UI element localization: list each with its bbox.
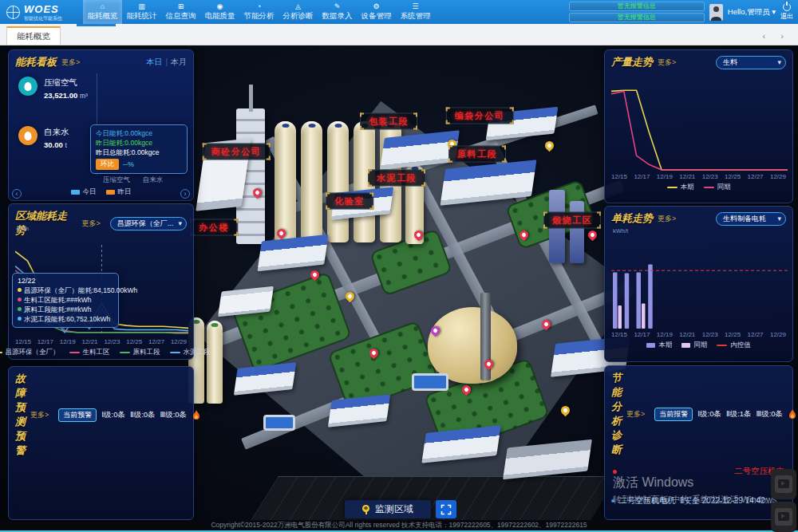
legend-item[interactable]: 昨日 bbox=[106, 187, 132, 197]
fullscreen-button[interactable] bbox=[436, 500, 456, 518]
silo bbox=[327, 121, 349, 242]
x-tick: 12/17 bbox=[634, 173, 650, 180]
corner-bracket bbox=[203, 156, 207, 160]
more-link[interactable]: 更多> bbox=[30, 410, 49, 420]
image-icon bbox=[775, 508, 792, 526]
more-link[interactable]: 更多> bbox=[61, 57, 80, 68]
legend-item[interactable]: 本期 bbox=[646, 341, 672, 350]
legend-item[interactable]: 同期 bbox=[704, 183, 731, 192]
y-axis-label: kWh/t bbox=[613, 227, 628, 234]
tooltip-line: 水泥工段能耗:60,752.10kWh bbox=[18, 314, 113, 324]
map-pin-icon[interactable] bbox=[559, 404, 572, 417]
more-link[interactable]: 更多> bbox=[658, 214, 676, 224]
pool bbox=[412, 373, 448, 391]
day-toggle[interactable]: 本日 bbox=[146, 57, 162, 66]
more-link[interactable]: 更多> bbox=[658, 57, 676, 68]
tab-scroll-arrows[interactable]: ‹ › bbox=[763, 31, 790, 41]
corner-bracket bbox=[597, 225, 601, 229]
corner-bracket bbox=[413, 126, 417, 130]
unit-dropdown[interactable]: 生料制备电耗 bbox=[716, 212, 786, 226]
legend-swatch bbox=[71, 190, 80, 195]
more-link[interactable]: 更多> bbox=[626, 409, 645, 420]
carousel-prev-button[interactable]: ‹ bbox=[12, 189, 22, 199]
region-legend: 昌源环保（全厂）生料工区原料工段水泥工段 bbox=[9, 348, 193, 357]
x-axis-labels: 12/1512/1712/1912/2112/2312/2512/2712/29 bbox=[605, 331, 792, 338]
alarm-banner[interactable]: 暂无报警信息 bbox=[569, 13, 705, 22]
tab-energy-overview[interactable]: 能耗概览 bbox=[6, 26, 61, 45]
user-greeting[interactable]: Hello,管理员 ▾ bbox=[728, 7, 776, 18]
alarm-banner[interactable]: 暂无报警信息 bbox=[569, 2, 705, 11]
legend-item[interactable]: 原料工段 bbox=[120, 348, 160, 357]
floating-tool-button[interactable] bbox=[771, 469, 796, 499]
x-tick: 12/23 bbox=[702, 331, 718, 338]
air-icon bbox=[18, 77, 38, 96]
panel-title: 单耗走势 bbox=[611, 211, 653, 226]
corner-bracket bbox=[360, 126, 364, 130]
panel-unit-consumption-trend: 单耗走势 更多> 生料制备电耗 kWh/t 12/1512/1712/1912/… bbox=[604, 206, 793, 362]
nav-item-energy-analysis[interactable]: ◔节能分析 bbox=[239, 0, 279, 24]
map-label-编袋分公司[interactable]: 编袋分公司 bbox=[446, 108, 514, 124]
map-label-包装工段[interactable]: 包装工段 bbox=[360, 113, 417, 130]
panel-region-energy-trend: 区域能耗走势 更多> 昌源环保（全厂... kWh 12/1512/1712/1… bbox=[8, 203, 194, 360]
legend-item[interactable]: 本期 bbox=[667, 183, 694, 192]
avatar[interactable] bbox=[709, 4, 723, 21]
map-label-水泥工段[interactable]: 水泥工段 bbox=[368, 170, 425, 187]
nav-item-data-entry[interactable]: ✎数据录入 bbox=[318, 0, 357, 24]
x-tick: 12/19 bbox=[60, 338, 76, 345]
map-label-商砼分公司[interactable]: 商砼分公司 bbox=[203, 144, 271, 160]
legend-label: 水泥工段 bbox=[184, 348, 211, 357]
map-pin-icon[interactable] bbox=[587, 229, 599, 242]
corner-bracket bbox=[597, 212, 601, 216]
x-axis-labels: 12/1512/1712/1912/2112/2312/2512/2712/29 bbox=[9, 338, 193, 345]
carousel-next-button[interactable]: › bbox=[180, 189, 190, 199]
legend-item[interactable]: 今日 bbox=[71, 187, 97, 197]
legend-item[interactable]: 内控值 bbox=[717, 341, 751, 350]
legend-item[interactable]: 生料工区 bbox=[69, 348, 110, 357]
tooltip-line: 今日能耗:0.00kgce bbox=[96, 128, 182, 138]
panel-title: 节能分析诊断 bbox=[611, 371, 622, 457]
nav-item-diagnosis[interactable]: ◬分析诊断 bbox=[279, 0, 318, 24]
current-warning-badge[interactable]: 当前预警 bbox=[58, 408, 97, 422]
corner-bracket bbox=[234, 219, 238, 223]
unit-legend: 本期同期内控值 bbox=[605, 341, 792, 350]
production-dropdown[interactable]: 生料 bbox=[716, 56, 786, 69]
month-toggle[interactable]: 本月 bbox=[171, 57, 187, 66]
app-title: WOES bbox=[24, 4, 62, 14]
nav-item-home[interactable]: ⌂能耗概览 bbox=[83, 0, 122, 24]
x-axis-labels: 12/1512/1712/1912/2112/2312/2512/2712/29 bbox=[605, 173, 792, 180]
nav-item-device-mgmt[interactable]: ⚙设备管理 bbox=[357, 0, 396, 24]
nav-item-power-quality[interactable]: ◉电能质量 bbox=[200, 0, 239, 24]
map-label-原料工段[interactable]: 原料工段 bbox=[448, 146, 506, 163]
x-tick: 12/15 bbox=[611, 331, 627, 338]
marquee-text: 二号空压机电 bbox=[617, 466, 784, 477]
map-pin-icon[interactable] bbox=[543, 140, 556, 152]
metric-name: 压缩空气 bbox=[44, 77, 88, 89]
floating-tool-button[interactable] bbox=[771, 502, 796, 532]
logout-button[interactable]: 退出 bbox=[780, 3, 793, 21]
data-entry-icon: ✎ bbox=[334, 3, 341, 10]
current-alarm-badge[interactable]: 当前报警 bbox=[654, 408, 693, 421]
more-link[interactable]: 更多> bbox=[82, 219, 101, 229]
nav-item-info-search[interactable]: ⊞信息查询 bbox=[161, 0, 200, 24]
legend-item[interactable]: 水泥工段 bbox=[170, 348, 211, 357]
region-dropdown[interactable]: 昌源环保（全厂... bbox=[110, 217, 187, 231]
nav-item-system-mgmt[interactable]: ☰系统管理 bbox=[396, 0, 435, 24]
map-label-煅烧工区[interactable]: 煅烧工区 bbox=[543, 212, 601, 229]
kanban-item: 压缩空气23,521.00 m³ bbox=[18, 77, 88, 100]
alarm-list-item[interactable]: 二号空压机电机Ⅱ安全 2022-12-29 14:42:... 时段超限-关..… bbox=[605, 495, 792, 506]
x-tick: 12/25 bbox=[725, 331, 741, 338]
x-tick: 12/25 bbox=[725, 173, 741, 180]
bar-chart-icon: ▥ bbox=[138, 3, 145, 10]
kanban-item-text: 自来水30.00 t bbox=[44, 126, 69, 149]
legend-item[interactable]: 同期 bbox=[681, 341, 707, 350]
map-label-化验室[interactable]: 化验室 bbox=[326, 193, 373, 210]
monitor-area-button[interactable]: 监测区域 bbox=[345, 500, 431, 518]
tooltip-line: 昨日能耗:0.00kgce bbox=[96, 138, 182, 148]
tab-strip: 能耗概览 ‹ › bbox=[0, 24, 798, 45]
map-label-text: 商砼分公司 bbox=[211, 147, 262, 156]
map-label-办公楼[interactable]: 办公楼 bbox=[190, 219, 238, 236]
level-count: Ⅰ级:0条 bbox=[697, 409, 721, 420]
level-count: Ⅱ级:0条 bbox=[130, 410, 156, 420]
nav-item-bar-chart[interactable]: ▥能耗统计 bbox=[122, 0, 161, 24]
legend-item[interactable]: 昌源环保（全厂） bbox=[0, 348, 60, 357]
